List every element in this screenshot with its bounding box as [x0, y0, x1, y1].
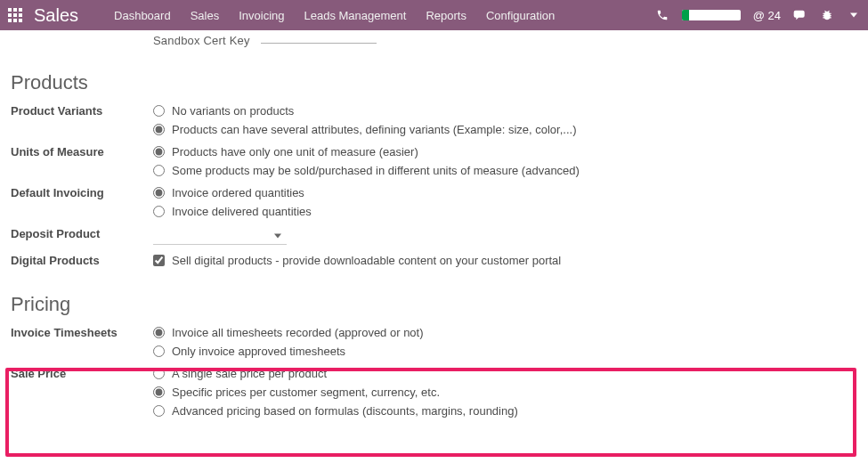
svg-rect-8 — [19, 19, 22, 22]
row-sale-price: Sale Price A single sale price per produ… — [11, 364, 857, 420]
chat-icon[interactable] — [793, 8, 807, 22]
svg-rect-1 — [13, 8, 17, 12]
svg-rect-0 — [8, 8, 12, 12]
row-product-variants: Product Variants No variants on products… — [11, 102, 857, 139]
svg-rect-5 — [19, 13, 22, 17]
radio-ts-approved[interactable] — [153, 345, 165, 357]
settings-content: Sandbox Cert Key Products Product Varian… — [0, 32, 868, 420]
label-digital-products: Digital Products — [11, 251, 153, 267]
label-deposit-product: Deposit Product — [11, 224, 153, 240]
sandbox-cert-key-input-underline[interactable] — [261, 43, 377, 44]
radio-invoicing-delivered[interactable] — [153, 206, 165, 217]
deposit-product-select[interactable] — [153, 227, 287, 245]
svg-rect-4 — [13, 13, 17, 17]
menu-configuration[interactable]: Configuration — [486, 9, 555, 22]
section-products-title: Products — [11, 71, 857, 94]
label-product-variants: Product Variants — [11, 102, 153, 118]
label-sale-price: Sale Price — [11, 364, 153, 380]
phone-icon[interactable] — [655, 8, 669, 22]
radio-invoicing-delivered-label: Invoice delivered quantities — [172, 205, 312, 218]
radio-uom-multi-label: Some products may be sold/purchased in d… — [172, 164, 580, 177]
top-menu: Dashboard Sales Invoicing Leads Manageme… — [114, 9, 555, 22]
row-invoice-timesheets: Invoice Timesheets Invoice all timesheet… — [11, 323, 857, 361]
radio-sp-single[interactable] — [153, 368, 165, 379]
radio-uom-multi[interactable] — [153, 165, 165, 176]
label-invoice-timesheets: Invoice Timesheets — [11, 323, 153, 339]
row-uom: Units of Measure Products have only one … — [11, 142, 857, 180]
label-default-invoicing: Default Invoicing — [11, 183, 153, 199]
menu-dashboard[interactable]: Dashboard — [114, 9, 171, 22]
row-default-invoicing: Default Invoicing Invoice ordered quanti… — [11, 183, 857, 221]
radio-variants-none[interactable] — [153, 105, 165, 117]
radio-sp-specific[interactable] — [153, 386, 165, 398]
progress-indicator[interactable] — [682, 10, 741, 20]
caret-down-icon — [274, 233, 281, 239]
radio-variants-none-label: No variants on products — [172, 104, 294, 118]
bug-icon[interactable] — [820, 8, 834, 22]
radio-sp-specific-label: Specific prices per customer segment, cu… — [172, 386, 440, 399]
section-pricing-title: Pricing — [11, 293, 857, 316]
app-title[interactable]: Sales — [34, 5, 78, 26]
row-digital-products: Digital Products Sell digital products -… — [11, 251, 857, 270]
radio-variants-several[interactable] — [153, 124, 165, 135]
caret-down-icon[interactable] — [847, 8, 861, 22]
svg-rect-2 — [19, 8, 22, 12]
menu-sales[interactable]: Sales — [191, 9, 220, 22]
svg-rect-6 — [8, 19, 12, 22]
radio-ts-approved-label: Only invoice approved timesheets — [172, 345, 345, 358]
messages-counter[interactable]: @ 24 — [753, 9, 781, 22]
partial-row: Sandbox Cert Key — [11, 32, 857, 48]
checkbox-digital-products[interactable] — [153, 255, 165, 266]
radio-invoicing-ordered-label: Invoice ordered quantities — [172, 186, 304, 199]
radio-invoicing-ordered[interactable] — [153, 187, 165, 199]
radio-sp-advanced[interactable] — [153, 405, 165, 417]
menu-invoicing[interactable]: Invoicing — [239, 9, 284, 22]
label-uom: Units of Measure — [11, 142, 153, 158]
progress-fill — [682, 10, 689, 20]
top-right: @ 24 — [655, 8, 861, 22]
radio-uom-one-label: Products have only one unit of measure (… — [172, 145, 418, 158]
radio-sp-advanced-label: Advanced pricing based on formulas (disc… — [172, 404, 518, 418]
checkbox-digital-products-label: Sell digital products - provide download… — [172, 254, 561, 267]
sandbox-cert-key-label: Sandbox Cert Key — [153, 34, 250, 47]
svg-rect-3 — [8, 13, 12, 17]
radio-variants-several-label: Products can have several attributes, de… — [172, 123, 577, 136]
menu-leads-management[interactable]: Leads Management — [304, 9, 406, 22]
radio-uom-one[interactable] — [153, 146, 165, 158]
row-deposit-product: Deposit Product — [11, 224, 857, 248]
radio-ts-all[interactable] — [153, 327, 165, 338]
menu-reports[interactable]: Reports — [426, 9, 466, 22]
radio-ts-all-label: Invoice all timesheets recorded (approve… — [172, 326, 424, 339]
apps-icon[interactable] — [5, 5, 25, 25]
svg-rect-7 — [13, 19, 17, 22]
topbar: Sales Dashboard Sales Invoicing Leads Ma… — [0, 0, 868, 30]
radio-sp-single-label: A single sale price per product — [172, 367, 327, 380]
